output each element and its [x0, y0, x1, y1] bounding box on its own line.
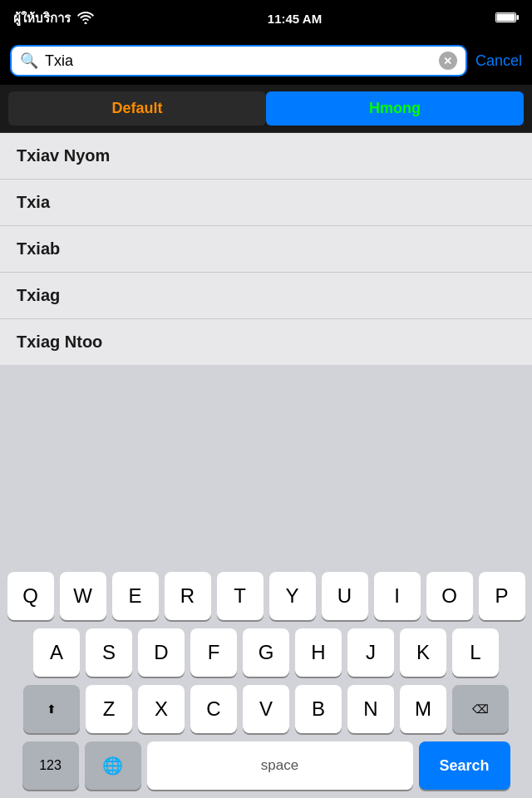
segment-control: Default Hmong	[0, 85, 532, 133]
globe-key[interactable]: 🌐	[85, 741, 141, 790]
key-d[interactable]: D	[138, 628, 185, 677]
keyboard: Q W E R T Y U I O P A S D F G H J K L ⬆ …	[0, 565, 532, 798]
battery-icon	[495, 12, 519, 26]
key-x[interactable]: X	[138, 685, 185, 733]
result-item-2[interactable]: Txia	[0, 180, 532, 226]
search-input[interactable]	[45, 52, 432, 70]
key-t[interactable]: T	[217, 572, 264, 620]
svg-rect-4	[497, 13, 515, 21]
key-m[interactable]: M	[400, 685, 446, 733]
key-z[interactable]: Z	[86, 685, 132, 733]
key-y[interactable]: Y	[269, 572, 316, 620]
key-r[interactable]: R	[165, 572, 211, 620]
key-j[interactable]: J	[347, 628, 394, 677]
search-bar: 🔍 ✕ Cancel	[0, 37, 532, 85]
carrier-label: ผู้ให้บริการ	[13, 8, 71, 28]
backspace-key[interactable]: ⌫	[452, 685, 509, 733]
key-g[interactable]: G	[243, 628, 289, 677]
key-b[interactable]: B	[295, 685, 342, 733]
key-o[interactable]: O	[426, 572, 473, 620]
key-f[interactable]: F	[190, 628, 237, 677]
space-key[interactable]: space	[147, 741, 413, 790]
keyboard-row-3: ⬆ Z X C V B N M ⌫	[3, 685, 529, 733]
key-v[interactable]: V	[243, 685, 289, 733]
key-k[interactable]: K	[400, 628, 446, 677]
key-w[interactable]: W	[60, 572, 106, 620]
key-i[interactable]: I	[374, 572, 421, 620]
key-l[interactable]: L	[452, 628, 499, 677]
result-item-5[interactable]: Txiag Ntoo	[0, 319, 532, 365]
cancel-button[interactable]: Cancel	[475, 52, 522, 70]
key-e[interactable]: E	[112, 572, 159, 620]
result-item-1[interactable]: Txiav Nyom	[0, 133, 532, 180]
status-right	[495, 12, 519, 26]
numbers-key[interactable]: 123	[22, 741, 79, 790]
keyboard-row-1: Q W E R T Y U I O P	[3, 572, 529, 620]
status-left: ผู้ให้บริการ	[13, 8, 94, 28]
result-item-4[interactable]: Txiag	[0, 273, 532, 319]
key-p[interactable]: P	[479, 572, 525, 620]
key-q[interactable]: Q	[7, 572, 54, 620]
search-key[interactable]: Search	[419, 741, 510, 790]
svg-rect-2	[517, 15, 520, 20]
keyboard-bottom-row: 123 🌐 space Search	[3, 741, 529, 790]
result-item-3[interactable]: Txiab	[0, 226, 532, 273]
key-a[interactable]: A	[33, 628, 80, 677]
segment-default-button[interactable]: Default	[8, 91, 266, 126]
wifi-icon	[77, 11, 94, 27]
key-s[interactable]: S	[86, 628, 132, 677]
key-h[interactable]: H	[295, 628, 342, 677]
keyboard-row-2: A S D F G H J K L	[3, 628, 529, 677]
status-bar: ผู้ให้บริการ 11:45 AM	[0, 0, 532, 37]
shift-key[interactable]: ⬆	[23, 685, 80, 733]
key-u[interactable]: U	[322, 572, 368, 620]
segment-hmong-button[interactable]: Hmong	[266, 91, 524, 126]
key-c[interactable]: C	[190, 685, 237, 733]
key-n[interactable]: N	[347, 685, 394, 733]
status-time: 11:45 AM	[268, 12, 322, 26]
search-icon: 🔍	[20, 52, 38, 70]
svg-point-0	[85, 22, 87, 24]
results-list: Txiav Nyom Txia Txiab Txiag Txiag Ntoo	[0, 133, 532, 365]
search-input-container: 🔍 ✕	[10, 45, 467, 76]
clear-button[interactable]: ✕	[439, 52, 457, 70]
